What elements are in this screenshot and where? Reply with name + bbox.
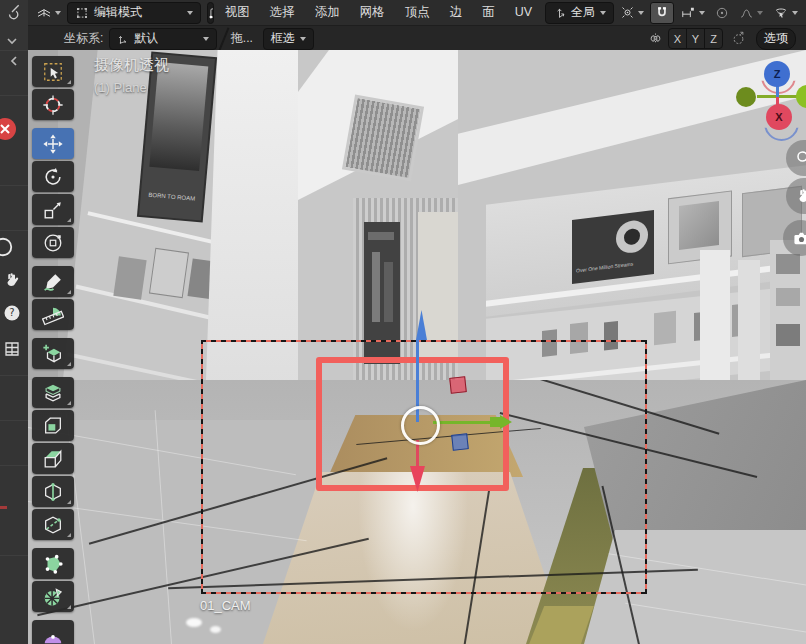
smooth-icon bbox=[42, 625, 64, 644]
gizmo-z-arrowhead[interactable] bbox=[416, 310, 427, 340]
snap-base-button[interactable] bbox=[727, 29, 750, 49]
circle-icon[interactable] bbox=[0, 236, 14, 258]
camera-name-label: 01_CAM bbox=[200, 598, 251, 613]
tool-move[interactable] bbox=[32, 128, 74, 159]
axis-z-label: Z bbox=[774, 68, 781, 80]
pan-hand-icon bbox=[795, 187, 806, 205]
mirror-z-button[interactable]: Z bbox=[705, 29, 722, 48]
rotate-icon bbox=[42, 166, 64, 188]
menu-edge[interactable]: 边 bbox=[441, 0, 472, 25]
options-label: 选项 bbox=[764, 30, 788, 47]
show-gizmo-filter-button[interactable] bbox=[769, 3, 802, 23]
divider bbox=[219, 27, 229, 50]
menu-vertex[interactable]: 顶点 bbox=[396, 0, 439, 25]
svg-text:?: ? bbox=[9, 307, 14, 318]
orientation-icon bbox=[553, 6, 566, 19]
tool-scale[interactable] bbox=[32, 194, 74, 225]
mirror-x-button[interactable]: X bbox=[669, 29, 687, 48]
drag-button[interactable]: 拖... bbox=[231, 30, 253, 47]
measure-icon bbox=[42, 304, 64, 326]
tool-extrude-region[interactable] bbox=[32, 377, 74, 408]
left-edge-panel: ? bbox=[0, 0, 30, 644]
chevron-down-icon bbox=[792, 11, 798, 15]
select-mode-group bbox=[207, 2, 214, 24]
mode-label: 编辑模式 bbox=[94, 4, 142, 21]
tool-add-cube[interactable] bbox=[32, 338, 74, 369]
mirror-toggle[interactable] bbox=[643, 29, 668, 49]
scene-light-dot bbox=[210, 626, 221, 633]
gizmo-plane-handle-red[interactable] bbox=[449, 376, 467, 394]
editor-type-button[interactable] bbox=[32, 3, 65, 23]
menu-mesh[interactable]: 网格 bbox=[351, 0, 394, 25]
mode-select-dropdown[interactable]: 编辑模式 bbox=[67, 2, 201, 24]
tool-smooth[interactable] bbox=[32, 620, 74, 644]
mirror-axis-group: X Y Z bbox=[668, 28, 723, 49]
select-box-icon bbox=[42, 61, 64, 83]
editor-corner-icon[interactable] bbox=[2, 2, 22, 22]
menu-face[interactable]: 面 bbox=[473, 0, 504, 25]
gizmo-y-axis[interactable] bbox=[433, 421, 491, 424]
nav-axis-z-ball[interactable]: Z bbox=[764, 61, 790, 87]
gizmo-y-arrowhead[interactable] bbox=[490, 415, 512, 429]
tool-spin[interactable] bbox=[32, 581, 74, 612]
tool-annotate[interactable] bbox=[32, 266, 74, 297]
loop-cut-icon bbox=[42, 481, 64, 503]
header-row-tool-settings: 坐标系: 默认 拖... 框选 X Y Z 选项 bbox=[28, 25, 806, 51]
scale-icon bbox=[42, 199, 64, 221]
move-icon bbox=[42, 133, 64, 155]
gizmo-x-arrowhead[interactable] bbox=[410, 466, 425, 492]
tool-poly-build[interactable] bbox=[32, 548, 74, 579]
grid-icon[interactable] bbox=[3, 340, 21, 358]
viewport-3d[interactable]: BORN TO ROAM Over One Million Streams bbox=[28, 50, 806, 644]
red-tick bbox=[0, 506, 7, 509]
hand-icon[interactable] bbox=[3, 270, 21, 290]
tool-transform[interactable] bbox=[32, 227, 74, 258]
chevron-down-icon bbox=[699, 11, 705, 15]
blender-window: { "header": { "editor_icon": "editor-typ… bbox=[0, 0, 806, 644]
tool-bevel[interactable] bbox=[32, 443, 74, 474]
axis-x-label: X bbox=[775, 111, 782, 123]
header-row-main: 编辑模式 视图 选择 添加 网格 顶点 边 面 UV 全局 bbox=[28, 0, 806, 25]
scene-speckle-floor bbox=[584, 530, 806, 644]
orientation-value-dropdown[interactable]: 默认 bbox=[109, 28, 217, 50]
chevron-down-icon bbox=[55, 11, 61, 15]
pivot-point-dropdown[interactable] bbox=[616, 3, 648, 23]
gizmo-center-circle[interactable] bbox=[401, 406, 440, 445]
orientation-dropdown[interactable]: 全局 bbox=[545, 2, 614, 24]
close-x-icon[interactable] bbox=[0, 117, 17, 141]
nav-axis-y-neg-ball[interactable] bbox=[736, 87, 756, 107]
tool-knife[interactable] bbox=[32, 509, 74, 540]
options-button[interactable]: 选项 bbox=[756, 28, 796, 50]
tool-loop-cut[interactable] bbox=[32, 476, 74, 507]
tool-cursor[interactable] bbox=[32, 89, 74, 120]
active-tool-dropdown[interactable]: 框选 bbox=[263, 28, 314, 50]
nav-axis-x-ball[interactable]: X bbox=[766, 104, 792, 130]
chevron-down-icon bbox=[600, 11, 606, 15]
tool-select-box[interactable] bbox=[32, 56, 74, 87]
poster-left-text: BORN TO ROAM bbox=[143, 191, 201, 202]
proportional-editing-button[interactable] bbox=[711, 3, 733, 23]
poster-right-text: Over One Million Streams bbox=[576, 260, 636, 273]
tool-measure[interactable] bbox=[32, 299, 74, 330]
menu-view[interactable]: 视图 bbox=[216, 0, 259, 25]
mirror-y-button[interactable]: Y bbox=[687, 29, 705, 48]
falloff-dropdown[interactable] bbox=[735, 3, 767, 23]
tool-inset-faces[interactable] bbox=[32, 410, 74, 441]
tool-rotate[interactable] bbox=[32, 161, 74, 192]
chevron-down-icon bbox=[187, 11, 193, 15]
vertex-select-button[interactable] bbox=[208, 3, 214, 23]
transform-icon bbox=[42, 232, 64, 254]
snap-target-dropdown[interactable] bbox=[676, 3, 709, 23]
menu-uv[interactable]: UV bbox=[506, 0, 541, 25]
chevron-down-icon[interactable] bbox=[6, 36, 18, 46]
menu-add[interactable]: 添加 bbox=[306, 0, 349, 25]
menu-select[interactable]: 选择 bbox=[261, 0, 304, 25]
orientation-label: 全局 bbox=[571, 4, 595, 21]
gizmo-plane-handle-blue[interactable] bbox=[451, 433, 469, 451]
snap-toggle-button[interactable] bbox=[650, 2, 674, 24]
chevron-down-icon bbox=[638, 11, 644, 15]
scene-poster-record: Over One Million Streams bbox=[572, 210, 654, 284]
help-icon[interactable]: ? bbox=[2, 303, 22, 323]
chevron-left-icon[interactable] bbox=[8, 55, 20, 67]
annotate-icon bbox=[42, 271, 64, 293]
